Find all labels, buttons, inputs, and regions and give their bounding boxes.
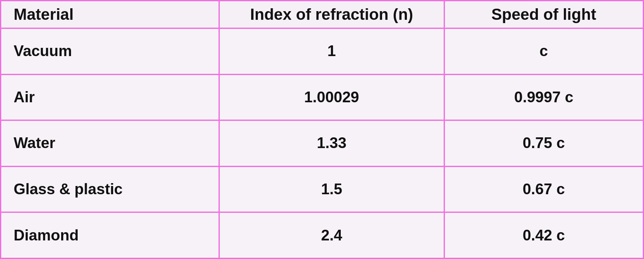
table-container: Material Index of refraction (n) Speed o…	[0, 0, 644, 259]
cell-speed: 0.9997 c	[444, 74, 643, 120]
cell-material: Glass & plastic	[1, 166, 219, 212]
cell-material: Vacuum	[1, 28, 219, 75]
cell-material: Water	[1, 120, 219, 167]
header-speed: Speed of light	[444, 1, 643, 28]
table-row: Vacuum1c	[1, 28, 644, 75]
cell-speed: 0.42 c	[444, 212, 643, 259]
header-row: Material Index of refraction (n) Speed o…	[1, 1, 644, 28]
table-row: Diamond2.40.42 c	[1, 212, 644, 259]
table-row: Glass & plastic1.50.67 c	[1, 166, 644, 212]
header-material: Material	[1, 1, 219, 28]
cell-material: Diamond	[1, 212, 219, 259]
header-refraction: Index of refraction (n)	[219, 1, 444, 28]
cell-speed: 0.67 c	[444, 166, 643, 212]
cell-refraction: 1.5	[219, 166, 444, 212]
table-row: Air1.000290.9997 c	[1, 74, 644, 120]
cell-refraction: 1.00029	[219, 74, 444, 120]
cell-refraction: 1.33	[219, 120, 444, 167]
cell-refraction: 2.4	[219, 212, 444, 259]
cell-refraction: 1	[219, 28, 444, 75]
cell-speed: c	[444, 28, 643, 75]
refraction-table: Material Index of refraction (n) Speed o…	[0, 0, 644, 259]
cell-speed: 0.75 c	[444, 120, 643, 167]
cell-material: Air	[1, 74, 219, 120]
table-row: Water1.330.75 c	[1, 120, 644, 167]
